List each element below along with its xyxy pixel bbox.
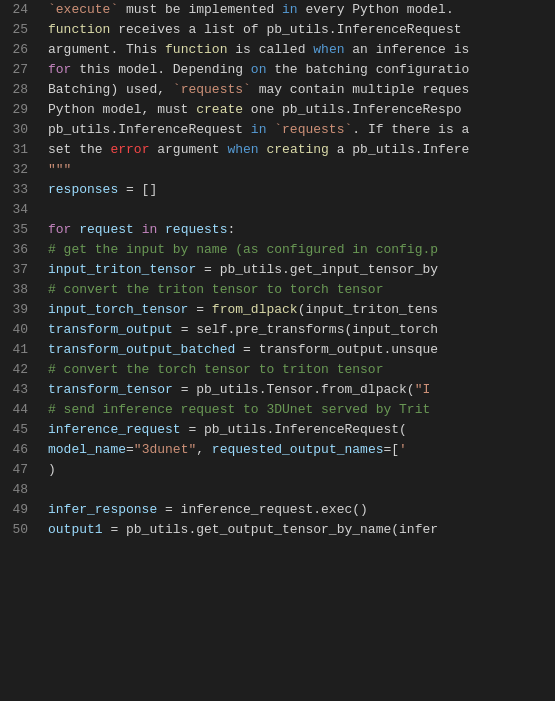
code-line-40: transform_output = self.pre_transforms(i… xyxy=(48,320,555,340)
code-line-26: argument. This function is called when a… xyxy=(48,40,555,60)
line-45: 45 xyxy=(0,420,28,440)
code-line-31: set the error argument when creating a p… xyxy=(48,140,555,160)
code-line-24: `execute` must be implemented in every P… xyxy=(48,0,555,20)
line-50: 50 xyxy=(0,520,28,540)
code-line-47: ) xyxy=(48,460,555,480)
line-30: 30 xyxy=(0,120,28,140)
line-25: 25 xyxy=(0,20,28,40)
code-line-37: input_triton_tensor = pb_utils.get_input… xyxy=(48,260,555,280)
line-28: 28 xyxy=(0,80,28,100)
line-36: 36 xyxy=(0,240,28,260)
code-line-33: responses = [] xyxy=(48,180,555,200)
code-line-49: infer_response = inference_request.exec(… xyxy=(48,500,555,520)
line-38: 38 xyxy=(0,280,28,300)
code-line-32: """ xyxy=(48,160,555,180)
code-line-27: for this model. Depending on the batchin… xyxy=(48,60,555,80)
line-37: 37 xyxy=(0,260,28,280)
line-31: 31 xyxy=(0,140,28,160)
code-line-46: model_name="3dunet", requested_output_na… xyxy=(48,440,555,460)
line-29: 29 xyxy=(0,100,28,120)
code-line-42: # convert the torch tensor to triton ten… xyxy=(48,360,555,380)
line-49: 49 xyxy=(0,500,28,520)
code-line-30: pb_utils.InferenceRequest in `requests`.… xyxy=(48,120,555,140)
line-24: 24 xyxy=(0,0,28,20)
line-44: 44 xyxy=(0,400,28,420)
line-35: 35 xyxy=(0,220,28,240)
line-39: 39 xyxy=(0,300,28,320)
code-editor: 24 25 26 27 28 29 30 31 32 33 34 35 36 3… xyxy=(0,0,555,701)
line-48: 48 xyxy=(0,480,28,500)
line-43: 43 xyxy=(0,380,28,400)
code-line-36: # get the input by name (as configured i… xyxy=(48,240,555,260)
code-line-45: inference_request = pb_utils.InferenceRe… xyxy=(48,420,555,440)
code-line-38: # convert the triton tensor to torch ten… xyxy=(48,280,555,300)
code-lines: `execute` must be implemented in every P… xyxy=(38,0,555,701)
line-numbers: 24 25 26 27 28 29 30 31 32 33 34 35 36 3… xyxy=(0,0,38,701)
line-47: 47 xyxy=(0,460,28,480)
line-27: 27 xyxy=(0,60,28,80)
code-line-48 xyxy=(48,480,555,500)
code-line-25: function receives a list of pb_utils.Inf… xyxy=(48,20,555,40)
line-26: 26 xyxy=(0,40,28,60)
code-line-39: input_torch_tensor = from_dlpack(input_t… xyxy=(48,300,555,320)
line-41: 41 xyxy=(0,340,28,360)
code-line-34 xyxy=(48,200,555,220)
line-40: 40 xyxy=(0,320,28,340)
code-line-44: # send inference request to 3DUnet serve… xyxy=(48,400,555,420)
code-line-29: Python model, must create one pb_utils.I… xyxy=(48,100,555,120)
line-42: 42 xyxy=(0,360,28,380)
code-line-28: Batching) used, `requests` may contain m… xyxy=(48,80,555,100)
code-line-50: output1 = pb_utils.get_output_tensor_by_… xyxy=(48,520,555,540)
code-line-41: transform_output_batched = transform_out… xyxy=(48,340,555,360)
line-46: 46 xyxy=(0,440,28,460)
line-34: 34 xyxy=(0,200,28,220)
code-line-43: transform_tensor = pb_utils.Tensor.from_… xyxy=(48,380,555,400)
code-line-35: for request in requests: xyxy=(48,220,555,240)
line-33: 33 xyxy=(0,180,28,200)
line-32: 32 xyxy=(0,160,28,180)
